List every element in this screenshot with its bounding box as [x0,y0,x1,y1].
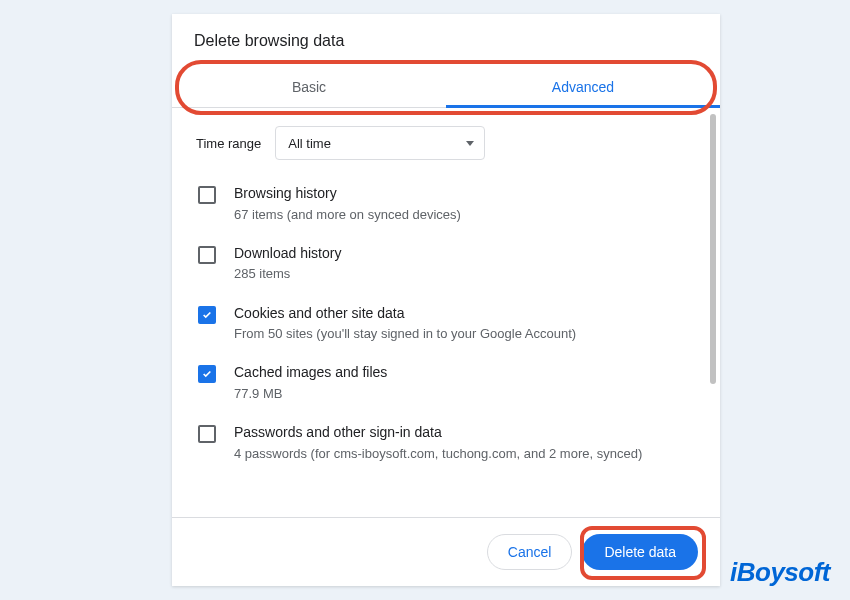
dialog-footer: Cancel Delete data [172,517,720,586]
tab-basic[interactable]: Basic [172,66,446,107]
tab-advanced[interactable]: Advanced [446,66,720,107]
item-text: Download history 285 items [234,244,341,284]
time-range-value: All time [288,136,331,151]
item-text: Browsing history 67 items (and more on s… [234,184,461,224]
chevron-down-icon [466,141,474,146]
item-title: Cookies and other site data [234,304,576,324]
watermark-logo: iBoysoft [730,557,830,588]
list-item-cookies: Cookies and other site data From 50 site… [196,294,696,354]
check-icon [202,310,212,320]
cancel-button-label: Cancel [508,544,552,560]
scrollbar-thumb[interactable] [710,114,716,384]
tab-advanced-label: Advanced [552,79,614,95]
delete-browsing-data-dialog: Delete browsing data Basic Advanced Time… [172,14,720,586]
item-title: Download history [234,244,341,264]
cancel-button[interactable]: Cancel [487,534,573,570]
time-range-label: Time range [196,136,261,151]
checkbox-browsing-history[interactable] [198,186,216,204]
checkbox-download-history[interactable] [198,246,216,264]
item-title: Passwords and other sign-in data [234,423,642,443]
list-item-passwords: Passwords and other sign-in data 4 passw… [196,413,696,473]
data-type-list: Browsing history 67 items (and more on s… [196,174,696,473]
checkbox-passwords[interactable] [198,425,216,443]
item-subtitle: 4 passwords (for cms-iboysoft.com, tucho… [234,445,642,463]
delete-data-button[interactable]: Delete data [582,534,698,570]
delete-data-button-label: Delete data [604,544,676,560]
item-text: Passwords and other sign-in data 4 passw… [234,423,642,463]
item-text: Cached images and files 77.9 MB [234,363,387,403]
list-item-download-history: Download history 285 items [196,234,696,294]
time-range-row: Time range All time [196,108,696,174]
list-item-cached: Cached images and files 77.9 MB [196,353,696,413]
check-icon [202,369,212,379]
list-item-browsing-history: Browsing history 67 items (and more on s… [196,174,696,234]
time-range-select[interactable]: All time [275,126,485,160]
item-subtitle: 67 items (and more on synced devices) [234,206,461,224]
item-title: Browsing history [234,184,461,204]
dialog-body: Time range All time Browsing history 67 … [172,108,720,517]
checkbox-cookies[interactable] [198,306,216,324]
scrollbar[interactable] [710,114,716,384]
item-subtitle: 77.9 MB [234,385,387,403]
item-subtitle: 285 items [234,265,341,283]
dialog-title: Delete browsing data [172,14,720,66]
item-text: Cookies and other site data From 50 site… [234,304,576,344]
item-subtitle: From 50 sites (you'll stay signed in to … [234,325,576,343]
tab-basic-label: Basic [292,79,326,95]
checkbox-cached[interactable] [198,365,216,383]
item-title: Cached images and files [234,363,387,383]
tabs-row: Basic Advanced [172,66,720,108]
